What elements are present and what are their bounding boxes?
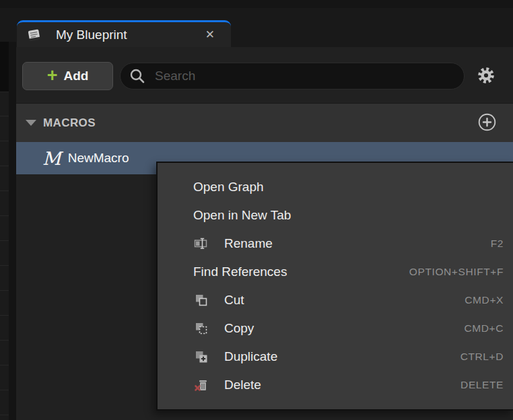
window-top-strip: [0, 0, 513, 8]
plus-circle-icon[interactable]: [477, 112, 497, 132]
cut-icon: [193, 292, 209, 308]
gear-icon[interactable]: [476, 65, 496, 85]
background-panel-edge: [0, 42, 9, 420]
menu-item-label: Open Graph: [193, 180, 264, 195]
menu-item-shortcut: CMD+C: [464, 322, 504, 335]
menu-item-label: Find References: [193, 265, 287, 279]
menu-item-shortcut: CTRL+D: [460, 351, 504, 363]
menu-item-rename[interactable]: Rename F2: [158, 230, 513, 258]
duplicate-icon: [193, 349, 209, 365]
macros-section-title: MACROS: [43, 116, 96, 130]
tab-close-icon[interactable]: ✕: [205, 22, 215, 47]
menu-item-copy[interactable]: Copy CMD+C: [158, 314, 513, 343]
search-input[interactable]: [153, 68, 464, 84]
macro-m-icon: M: [42, 149, 61, 168]
search-box[interactable]: [120, 63, 465, 90]
menu-item-shortcut: OPTION+SHIFT+F: [409, 266, 504, 278]
plus-icon: +: [47, 67, 58, 84]
triangle-down-icon[interactable]: [26, 120, 36, 126]
panel-divider: [9, 42, 16, 420]
tab-my-blueprint[interactable]: My Blueprint ✕: [17, 20, 231, 47]
macros-section-header[interactable]: MACROS: [16, 103, 513, 142]
copy-icon: [193, 320, 209, 337]
menu-item-label: Open in New Tab: [193, 208, 291, 223]
my-blueprint-panel: My Blueprint ✕ + Add: [0, 0, 513, 420]
tab-title: My Blueprint: [56, 28, 127, 42]
menu-item-open-in-new-tab[interactable]: Open in New Tab: [158, 201, 513, 230]
add-button[interactable]: + Add: [22, 62, 113, 90]
menu-item-label: Copy: [224, 321, 254, 336]
menu-item-shortcut: DELETE: [460, 379, 504, 391]
menu-item-open-graph[interactable]: Open Graph: [158, 173, 513, 201]
macro-item-label: NewMacro: [68, 151, 129, 166]
rename-icon: [193, 236, 209, 252]
book-icon: [26, 26, 42, 43]
menu-item-delete[interactable]: Delete DELETE: [158, 371, 513, 399]
menu-item-find-references[interactable]: Find References OPTION+SHIFT+F: [158, 258, 513, 286]
add-button-label: Add: [63, 69, 88, 83]
background-panel-dark-rows: [0, 42, 9, 92]
context-menu: Open Graph Open in New Tab Rename F2 Fin…: [156, 162, 513, 411]
menu-item-cut[interactable]: Cut CMD+X: [158, 286, 513, 314]
menu-item-shortcut: CMD+X: [465, 294, 504, 306]
menu-item-label: Delete: [224, 378, 261, 392]
menu-item-duplicate[interactable]: Duplicate CTRL+D: [158, 343, 513, 371]
menu-item-label: Rename: [224, 236, 273, 251]
magnifier-icon: [129, 68, 145, 84]
menu-item-label: Cut: [224, 293, 244, 308]
menu-item-shortcut: F2: [491, 238, 504, 250]
delete-icon: [193, 377, 209, 393]
menu-item-label: Duplicate: [224, 349, 277, 364]
